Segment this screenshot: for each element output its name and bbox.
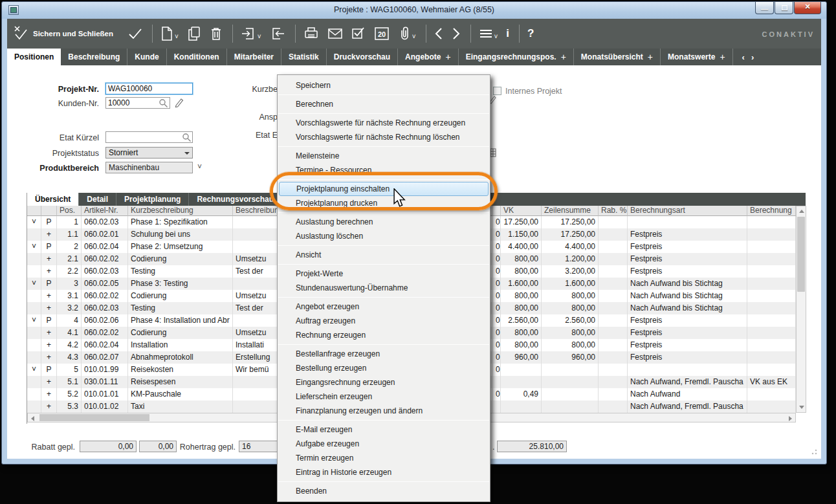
vertical-scrollbar[interactable] xyxy=(796,206,806,413)
scroll-right-icon[interactable] xyxy=(789,416,792,421)
column-header-vk[interactable]: VK xyxy=(501,206,542,216)
column-header-rab[interactable]: Rab. % xyxy=(599,206,628,216)
tab-monatswerte[interactable]: Monatswerte+ xyxy=(661,49,733,65)
new-document-button[interactable]: ˅ xyxy=(160,26,179,41)
menu-item-vorschlagswerte-für-nächste-rechnung-löschen[interactable]: Vorschlagswerte für nächste Rechnung lös… xyxy=(279,130,489,144)
tab-konditionen[interactable]: Konditionen xyxy=(167,49,227,65)
menu-item-termin-erzeugen[interactable]: Termin erzeugen xyxy=(279,451,489,465)
column-header-m[interactable] xyxy=(493,206,501,216)
search-icon[interactable] xyxy=(159,98,169,109)
scroll-up-icon[interactable] xyxy=(799,210,804,213)
menu-item-bestellung-erzeugen[interactable]: Bestellung erzeugen xyxy=(279,361,489,375)
attachment-button[interactable]: ˅ xyxy=(398,26,416,41)
close-button[interactable]: ✕ xyxy=(794,2,821,14)
chevron-down-icon[interactable]: ˅ xyxy=(197,162,202,171)
tab-beschreibung[interactable]: Beschreibung xyxy=(61,49,127,65)
import-button[interactable]: ˅ xyxy=(241,26,261,41)
cell-kurz: Reisespesen xyxy=(128,376,233,388)
menu-item-eingangsrechnung-erzeugen[interactable]: Eingangsrechnung erzeugen xyxy=(279,375,489,389)
delete-button[interactable] xyxy=(210,26,223,41)
cell-rab xyxy=(599,253,628,265)
info-button[interactable]: i xyxy=(506,27,509,40)
calendar-button[interactable]: 20 xyxy=(374,27,390,41)
projekt-nr-input[interactable] xyxy=(105,83,193,94)
menu-item-eintrag-in-historie-erzeugen[interactable]: Eintrag in Historie erzeugen xyxy=(279,465,489,479)
column-header-exp[interactable] xyxy=(27,206,41,216)
menu-item-rechnung-erzeugen[interactable]: Rechnung erzeugen xyxy=(279,328,489,342)
resize-grip[interactable] xyxy=(811,448,817,455)
projektstatus-select[interactable]: Storniert xyxy=(105,147,193,159)
email-button[interactable] xyxy=(327,28,343,39)
column-header-zs[interactable]: Zeilensumme xyxy=(542,206,599,216)
add-record-icon[interactable]: + xyxy=(720,52,725,62)
expander-icon[interactable]: ˅ xyxy=(27,278,41,290)
menu-item-auslastung-berechnen[interactable]: Auslastung berechnen xyxy=(279,215,489,229)
tab-nav-next-icon[interactable]: › xyxy=(751,52,754,62)
next-record-button[interactable] xyxy=(452,27,461,41)
menu-item-berechnen[interactable]: Berechnen xyxy=(279,97,489,111)
add-record-icon[interactable]: + xyxy=(648,52,653,62)
column-header-pos[interactable]: Pos. xyxy=(57,206,82,216)
print-button[interactable] xyxy=(303,27,319,41)
export-button[interactable] xyxy=(270,26,285,41)
menu-item-e-mail-erzeugen[interactable]: E-Mail erzeugen xyxy=(279,422,489,437)
tab-nav-prev-icon[interactable]: ‹ xyxy=(742,52,745,62)
menu-item-projekt-werte[interactable]: Projekt-Werte xyxy=(279,267,489,281)
expander-icon[interactable]: ˅ xyxy=(27,314,41,327)
menu-item-bestellanfrage-erzeugen[interactable]: Bestellanfrage erzeugen xyxy=(279,347,489,361)
vertical-scroll-thumb[interactable] xyxy=(797,217,805,292)
subtab-rechnungsvorschau[interactable]: Rechnungsvorschau xyxy=(189,193,282,206)
save-and-close-button[interactable]: Sichern und Schließen xyxy=(14,25,120,42)
tab-positionen[interactable]: Positionen xyxy=(7,49,61,65)
list-menu-button[interactable]: ˅ xyxy=(479,28,498,39)
menu-item-beenden[interactable]: Beenden xyxy=(279,484,489,498)
menu-item-angebot-erzeugen[interactable]: Angebot erzeugen xyxy=(279,300,489,314)
scroll-down-icon[interactable] xyxy=(799,406,804,409)
previous-record-button[interactable] xyxy=(434,27,443,41)
tab-kunde[interactable]: Kunde xyxy=(127,49,166,65)
tab-mitarbeiter[interactable]: Mitarbeiter xyxy=(227,49,281,65)
internes-projekt-checkbox[interactable] xyxy=(493,87,501,95)
menu-item-lieferschein-erzeugen[interactable]: Lieferschein erzeugen xyxy=(279,389,489,404)
expander-icon[interactable]: ˅ xyxy=(27,241,41,253)
subtab-übersicht[interactable]: Übersicht xyxy=(27,193,79,206)
task-button[interactable] xyxy=(351,27,366,41)
add-record-icon[interactable]: + xyxy=(445,52,450,62)
titlebar[interactable]: Projekte : WAG100060, Wehmaier AG (8/55)… xyxy=(2,2,826,19)
menu-item-auslastung-löschen[interactable]: Auslastung löschen xyxy=(279,229,489,243)
menu-item-speichern[interactable]: Speichern xyxy=(279,78,489,93)
tab-monatsübersicht[interactable]: Monatsübersicht+ xyxy=(574,49,661,65)
edit-pencil-icon[interactable] xyxy=(174,97,184,107)
column-header-kurz[interactable]: Kurzbeschreibung xyxy=(128,206,233,216)
etat-kuerzel-input[interactable] xyxy=(105,131,193,143)
maximize-button[interactable] xyxy=(775,2,793,14)
menu-item-auftrag-erzeugen[interactable]: Auftrag erzeugen xyxy=(279,314,489,328)
menu-item-finanzplanung-erzeugen-und-ändern[interactable]: Finanzplanung erzeugen und ändern xyxy=(279,404,489,418)
tab-statistik[interactable]: Statistik xyxy=(281,49,327,65)
tab-druckvorschau[interactable]: Druckvorschau xyxy=(327,49,398,65)
add-record-icon[interactable]: + xyxy=(561,52,566,62)
help-button[interactable]: ? xyxy=(527,27,534,40)
column-header-ba[interactable]: Berechnungsart xyxy=(628,206,747,216)
column-header-artikel[interactable]: Artikel-Nr. xyxy=(82,206,128,216)
minimize-button[interactable]: — xyxy=(755,2,774,14)
column-header-ber[interactable]: Berechnung xyxy=(747,206,796,216)
menu-item-stundenauswertung-übernahme[interactable]: Stundenauswertung-Übernahme xyxy=(279,281,489,295)
scroll-left-icon[interactable] xyxy=(31,416,34,421)
subtab-detail[interactable]: Detail xyxy=(79,193,116,206)
menu-item-meilensteine[interactable]: Meilensteine xyxy=(279,149,489,163)
tab-angebote[interactable]: Angebote+ xyxy=(398,49,459,65)
expander-icon[interactable]: ˅ xyxy=(27,216,41,228)
tab-eingangsrechnungspos[interactable]: Eingangsrechnungspos.+ xyxy=(459,49,574,65)
menu-item-ansicht[interactable]: Ansicht xyxy=(279,248,489,262)
menu-item-aufgabe-erzeugen[interactable]: Aufgabe erzeugen xyxy=(279,437,489,451)
confirm-button[interactable] xyxy=(128,27,142,40)
search-icon[interactable] xyxy=(182,133,192,143)
subtab-projektplanung[interactable]: Projektplanung xyxy=(116,193,189,206)
column-header-type[interactable] xyxy=(41,206,57,216)
horizontal-scroll-thumb[interactable] xyxy=(39,414,149,421)
expander-icon[interactable]: ˅ xyxy=(27,364,41,376)
menu-item-vorschlagswerte-für-nächste-rechnung-erzeugen[interactable]: Vorschlagswerte für nächste Rechnung erz… xyxy=(279,116,489,130)
produktbereich-field[interactable]: Maschinenbau xyxy=(105,162,193,173)
duplicate-button[interactable] xyxy=(187,26,201,41)
